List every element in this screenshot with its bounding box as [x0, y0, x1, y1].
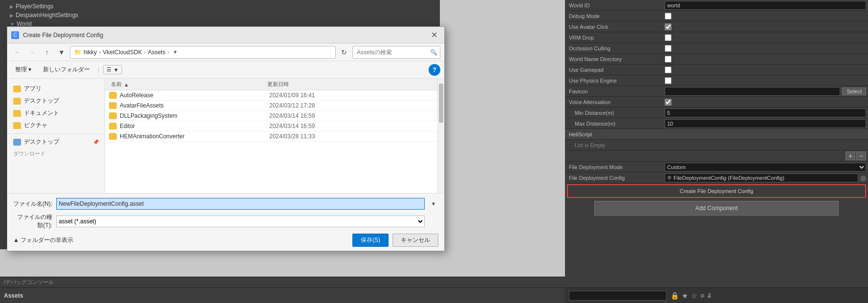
config-select-icon[interactable]: ◎	[860, 174, 866, 182]
sidebar-item-documents[interactable]: ドキュメント	[7, 107, 105, 119]
file-item[interactable]: AutoRelease 2024/01/09 16:41	[105, 90, 437, 101]
search-input[interactable]	[357, 49, 430, 56]
forward-button[interactable]: →	[26, 46, 39, 59]
voice-attenuation-checkbox[interactable]	[665, 99, 672, 106]
close-button[interactable]: ✕	[428, 29, 440, 42]
max-distance-input[interactable]	[665, 119, 866, 128]
view-label: ▼	[113, 67, 119, 73]
toggle-folders-button[interactable]: ▲ フォルダーの非表示	[13, 236, 73, 244]
cancel-button[interactable]: キャンセル	[392, 234, 438, 247]
sidebar-panel: アプリ デスクトップ ドキュメント ピクチャ デスクトップ 📌 ダウン	[7, 79, 105, 193]
filename-dropdown[interactable]: ▼	[429, 197, 438, 210]
layers-icon[interactable]: 4	[707, 292, 711, 300]
favicon-input[interactable]	[665, 87, 840, 96]
add-component-button[interactable]: Add Component	[594, 201, 839, 216]
config-value-text: FileDeploymentConfig (FileDeploymentConf…	[673, 175, 784, 181]
sidebar-item-label: アプリ	[24, 85, 42, 93]
sidebar-item-pictures[interactable]: ピクチャ	[7, 119, 105, 131]
filetype-row: ファイルの種類(T): asset (*.asset) ▼	[13, 213, 438, 230]
sidebar-item-desktop-pinned[interactable]: デスクトップ 📌	[7, 136, 105, 148]
vrm-drop-label: VRM Drop	[567, 35, 665, 41]
filetype-select[interactable]: asset (*.asset)	[56, 216, 425, 227]
back-button[interactable]: ←	[11, 46, 24, 59]
scrollbar[interactable]	[437, 79, 444, 193]
view-button[interactable]: ☰ ▼	[103, 65, 122, 74]
file-list-header: 名前 ▲ 更新日時	[105, 79, 437, 90]
main-file-area: 名前 ▲ 更新日時 AutoRelease 2024/01/09 16:41 A…	[105, 79, 437, 193]
breadcrumb-part: VketCloudSDK	[103, 49, 142, 56]
occlusion-culling-row: Occlusion Culling	[565, 43, 868, 54]
config-icon: ⚙	[667, 175, 672, 180]
dialog-title-text: Create File Deployment Config	[23, 32, 424, 39]
file-folder-icon	[109, 102, 117, 109]
organize-button[interactable]: 整理 ▾	[11, 64, 35, 76]
debug-mode-checkbox[interactable]	[665, 13, 672, 20]
file-folder-icon	[109, 92, 117, 99]
new-folder-button[interactable]: 新しいフォルダー	[39, 64, 94, 76]
search-bar[interactable]: 🔍	[352, 46, 440, 59]
column-header-date[interactable]: 更新日時	[265, 80, 434, 89]
file-item[interactable]: AvatarFileAssets 2024/03/12 17:28	[105, 101, 437, 111]
max-distance-label: Max Distance(m)	[567, 121, 665, 127]
lock-icon[interactable]: 🔒	[671, 292, 679, 300]
up-button[interactable]: ↑	[41, 46, 53, 59]
star-icon[interactable]: ☆	[691, 292, 697, 300]
select-button[interactable]: Select	[842, 87, 866, 95]
world-id-input[interactable]	[665, 1, 866, 10]
config-value-field[interactable]: ⚙ FileDeploymentConfig (FileDeploymentCo…	[665, 173, 858, 182]
favicon-label: Favicon	[567, 88, 665, 94]
heliscript-label: HeliScript	[569, 131, 592, 137]
recent-button[interactable]: ▼	[55, 46, 68, 59]
hierarchy-item-label: PlayerSettings	[16, 3, 53, 10]
file-name: HEMAnimationConverter	[120, 133, 266, 140]
max-distance-row: Max Distance(m)	[565, 118, 868, 129]
use-physics-engine-checkbox[interactable]	[665, 77, 672, 84]
view-icon: ☰	[107, 66, 111, 73]
vrm-drop-checkbox[interactable]	[665, 34, 672, 41]
breadcrumb-dropdown[interactable]: ▼	[171, 48, 179, 56]
breadcrumb-bar[interactable]: 📁 hikky › VketCloudSDK › Assets › ▼	[70, 46, 336, 59]
bookmark-icon[interactable]: ★	[682, 292, 688, 300]
inspector-search-input[interactable]	[569, 291, 667, 301]
world-id-label: World ID	[567, 2, 665, 8]
console-bar: /デバッグコンソール	[0, 277, 565, 287]
remove-heliscript-button[interactable]: −	[856, 152, 866, 160]
file-item[interactable]: HEMAnimationConverter 2024/03/28 11:33	[105, 131, 437, 142]
file-deployment-mode-row: File Deployment Mode Custom	[565, 162, 868, 173]
sidebar-expand-item[interactable]: ダウンロード	[7, 148, 105, 159]
world-name-directory-checkbox[interactable]	[665, 56, 672, 63]
folder-icon	[13, 98, 21, 105]
menu-icon[interactable]: ≡	[700, 292, 704, 300]
dialog-title-bar: C Create File Deployment Config ✕	[7, 27, 444, 43]
add-heliscript-button[interactable]: +	[846, 152, 855, 160]
column-header-name[interactable]: 名前 ▲	[109, 80, 265, 89]
voice-attenuation-label: Voice Attenuation	[567, 99, 665, 105]
file-item[interactable]: Editor 2024/03/14 16:59	[105, 121, 437, 131]
sidebar-item-desktop[interactable]: デスクトップ	[7, 95, 105, 107]
file-dialog: C Create File Deployment Config ✕ ← → ↑ …	[7, 26, 445, 251]
occlusion-culling-label: Occlusion Culling	[567, 45, 665, 51]
file-date: 2024/03/14 16:59	[269, 112, 434, 119]
create-deployment-config-button[interactable]: Create File Deployment Config	[567, 184, 866, 198]
help-button[interactable]: ?	[429, 64, 440, 76]
dialog-toolbar: 整理 ▾ 新しいフォルダー | ☰ ▼ ?	[7, 61, 444, 79]
file-deployment-mode-select[interactable]: Custom	[665, 163, 866, 172]
occlusion-culling-checkbox[interactable]	[665, 45, 672, 52]
inspector-content: World ID Debug Mode Use Avatar Click VRM…	[565, 0, 868, 216]
sidebar-item-label: ピクチャ	[24, 121, 47, 130]
use-gamepad-checkbox[interactable]	[665, 66, 672, 73]
use-avatar-click-row: Use Avatar Click	[565, 22, 868, 32]
use-avatar-click-checkbox[interactable]	[665, 23, 672, 30]
dialog-title-icon: C	[11, 31, 19, 39]
filename-row: ファイル名(N): ▼	[13, 197, 438, 210]
breadcrumb-part: hikky	[84, 49, 97, 56]
min-distance-input[interactable]	[665, 108, 866, 117]
sidebar-item-app[interactable]: アプリ	[7, 83, 105, 95]
filename-input[interactable]	[56, 198, 425, 210]
file-item[interactable]: DLLPackagingSystem 2024/03/14 16:59	[105, 111, 437, 121]
file-name: Editor	[120, 123, 266, 130]
favicon-row: Favicon Select	[565, 86, 868, 97]
refresh-button[interactable]: ↻	[338, 46, 350, 59]
save-button[interactable]: 保存(S)	[352, 234, 389, 247]
sidebar-item-label: デスクトップ	[24, 138, 59, 146]
